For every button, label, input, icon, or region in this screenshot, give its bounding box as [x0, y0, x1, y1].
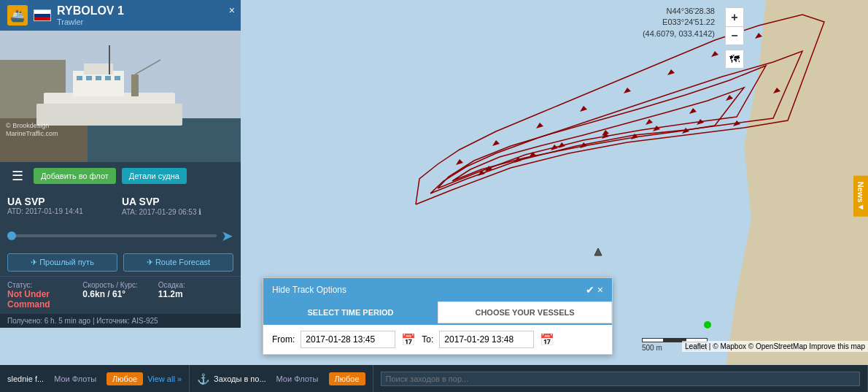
menu-button[interactable]: ☰ — [7, 166, 28, 185]
svg-marker-0 — [485, 166, 492, 172]
svg-marker-15 — [551, 145, 558, 150]
svg-marker-9 — [667, 69, 675, 75]
svg-marker-2 — [580, 142, 587, 148]
port-arrivals-text: Заходы в по... — [214, 374, 266, 383]
bottom-section-ports: ⚓ Заходы в по... Мои Флоты Любое — [190, 365, 373, 392]
svg-rect-33 — [73, 71, 124, 96]
svg-marker-18 — [697, 119, 704, 125]
track-options-close-button[interactable]: × — [597, 284, 603, 296]
departure-flag-value: UA SVP — [7, 196, 119, 207]
svg-marker-24 — [514, 157, 522, 163]
svg-rect-36 — [131, 74, 139, 96]
bottom-bar: slednie f... Мои Флоты Любое View all » … — [0, 365, 868, 392]
recent-voyages-text: slednie f... — [7, 374, 44, 383]
close-panel-button[interactable]: × — [229, 4, 235, 16]
speed-value: 0.6kn / 61° — [82, 289, 158, 299]
svg-marker-7 — [755, 33, 762, 39]
speed-col: Скорость / Курс: 0.6kn / 61° — [82, 281, 158, 310]
news-tab[interactable]: News◄ — [853, 175, 868, 217]
vessel-name: RYBOLOV 1 — [57, 4, 124, 18]
departure-col: UA SVP ATD: 2017-01-19 14:41 — [7, 196, 119, 217]
svg-marker-16 — [602, 133, 609, 139]
zoom-controls: + − — [725, 7, 744, 45]
svg-marker-14 — [456, 159, 463, 165]
svg-marker-11 — [580, 106, 587, 112]
progress-track[interactable] — [7, 234, 217, 237]
track-options-title: Hide Track Options — [272, 285, 346, 295]
tab-choose-vessels[interactable]: CHOOSE YOUR VESSELS — [438, 301, 612, 323]
zoom-in-button[interactable]: + — [725, 7, 744, 26]
info-icon: ℹ — [198, 207, 201, 216]
from-datetime-input[interactable] — [301, 331, 395, 348]
svg-rect-38 — [77, 76, 82, 80]
vessel-type-icon: 🚢 — [7, 5, 28, 26]
add-fleet-button[interactable]: Добавить во флот — [34, 168, 116, 184]
arrival-col: UA SVP ATA: 2017-01-29 06:53 ℹ — [122, 196, 233, 217]
draft-value: 11.2m — [158, 289, 233, 299]
svg-marker-20 — [689, 108, 697, 114]
vessel-header: 🚢 RYBOLOV 1 Trawler × — [0, 0, 241, 31]
status-col: Статус: Not Under Command — [7, 281, 82, 310]
to-datetime-input[interactable] — [439, 331, 534, 348]
tab-time-period[interactable]: SELECT TIME PERIOD — [263, 301, 438, 323]
vessel-flag — [34, 9, 51, 21]
svg-marker-23 — [558, 142, 565, 148]
svg-marker-1 — [529, 152, 536, 158]
moi-floty-2[interactable]: Мои Флоты — [271, 372, 325, 385]
zoom-out-button[interactable]: − — [725, 26, 744, 45]
past-route-button[interactable]: ✈ Прошлый путь — [7, 253, 117, 272]
vessel-type-label: Trawler — [57, 18, 124, 26]
svg-marker-19 — [726, 95, 733, 101]
svg-rect-42 — [115, 76, 120, 80]
bottom-section-search — [373, 365, 868, 392]
voyage-progress: ➤ — [0, 223, 241, 249]
route-forecast-button[interactable]: ✈ Route Forecast — [123, 253, 233, 272]
svg-marker-4 — [682, 128, 689, 134]
check-icon: ✔ — [586, 284, 594, 296]
svg-marker-8 — [711, 51, 718, 57]
svg-marker-12 — [536, 123, 543, 128]
anchor-icon: ⚓ — [197, 373, 209, 385]
image-copyright: © BrookdesignMarineTraffic.com — [6, 122, 58, 139]
lyuboe-1[interactable]: Любое — [106, 372, 143, 385]
vessel-photo — [0, 31, 241, 162]
svg-rect-40 — [96, 76, 101, 80]
moi-floty-1[interactable]: Мои Флоты — [48, 372, 102, 385]
view-all-link[interactable]: View all » — [147, 374, 182, 383]
to-label: To: — [422, 334, 433, 345]
lyuboe-2[interactable]: Любое — [329, 372, 365, 385]
arrival-flag-value: UA SVP — [122, 196, 233, 207]
coordinate-display: N44°36'28.38 E033°24'51.22 (44.6079, 033… — [643, 6, 715, 39]
progress-thumb — [7, 231, 16, 240]
status-label: Статус: — [7, 281, 82, 289]
vessel-dot — [704, 321, 711, 328]
svg-marker-3 — [631, 134, 638, 139]
vessel-details-button[interactable]: Детали судна — [122, 168, 187, 184]
to-calendar-icon[interactable]: 📅 — [540, 333, 554, 347]
track-options-header[interactable]: Hide Track Options ✔ × — [263, 278, 612, 301]
svg-rect-41 — [105, 76, 111, 80]
port-info: UA SVP ATD: 2017-01-19 14:41 UA SVP ATA:… — [0, 190, 241, 223]
action-buttons: ✈ Прошлый путь ✈ Route Forecast — [0, 249, 241, 276]
svg-marker-10 — [624, 88, 631, 93]
svg-marker-25 — [478, 170, 485, 176]
from-calendar-icon[interactable]: 📅 — [401, 333, 416, 347]
map-layers-button[interactable]: 🗺 — [725, 50, 744, 69]
speed-label: Скорость / Курс: — [82, 281, 158, 289]
map-attribution: Leaflet | © Mapbox © OpenStreetMap Impro… — [682, 341, 868, 352]
vessel-image: © BrookdesignMarineTraffic.com — [0, 31, 241, 162]
dialog-tabs: SELECT TIME PERIOD CHOOSE YOUR VESSELS — [263, 301, 612, 325]
draft-col: Осадка: 11.2m — [158, 281, 233, 310]
svg-marker-5 — [733, 120, 740, 126]
vessel-panel: 🚢 RYBOLOV 1 Trawler × — [0, 0, 241, 328]
panel-toolbar: ☰ Добавить во флот Детали судна — [0, 162, 241, 190]
svg-marker-22 — [602, 130, 609, 136]
svg-marker-13 — [492, 140, 500, 146]
svg-rect-32 — [36, 104, 182, 126]
draft-label: Осадка: — [158, 281, 233, 289]
port-search-input[interactable] — [381, 372, 860, 386]
bottom-section-recent: slednie f... Мои Флоты Любое View all » — [0, 365, 190, 392]
svg-marker-17 — [653, 126, 660, 131]
svg-marker-26 — [594, 248, 602, 255]
track-options-dialog: Hide Track Options ✔ × SELECT TIME PERIO… — [263, 277, 613, 355]
